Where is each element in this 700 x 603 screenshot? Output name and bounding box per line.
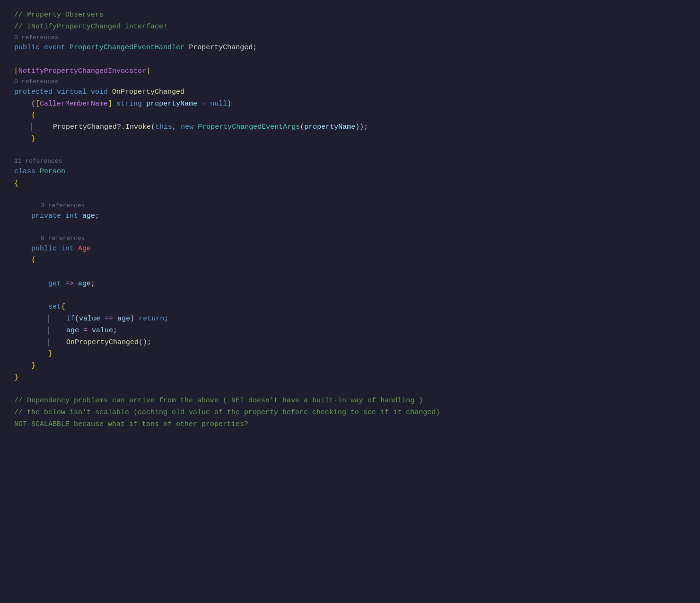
code-close-brace-1: }	[14, 133, 686, 145]
code-class-close-brace: }	[14, 372, 686, 384]
empty-3	[14, 189, 686, 201]
code-private-field: private int age;	[14, 211, 686, 222]
empty-7	[14, 384, 686, 396]
code-assign-age: age = value;	[14, 325, 686, 337]
comment-footer-2: // the below isn't scalable (caching old…	[14, 407, 686, 419]
ref-count-2: 0 references	[14, 77, 686, 87]
comment-line-1: // Property Observers	[14, 9, 686, 21]
attr-line: [NotifyPropertyChangedInvocator]	[14, 66, 686, 78]
ref-count-5: 0 references	[14, 234, 686, 243]
code-open-brace-1: {	[14, 110, 686, 122]
ref-count-4: 3 references	[14, 201, 686, 211]
code-method-params: ([CallerMemberName] string propertyName …	[14, 98, 686, 110]
code-property-close-brace: }	[14, 360, 686, 372]
comment-footer-1: // Dependency problems can arrive from t…	[14, 395, 686, 407]
empty-6	[14, 290, 686, 302]
ref-count-3: 11 references	[14, 157, 686, 166]
comment-footer-3: NOT SCALABBLE because what if tons of ot…	[14, 419, 686, 431]
code-setter-close: }	[14, 348, 686, 360]
empty-2	[14, 145, 686, 157]
code-property-def: public int Age	[14, 243, 686, 255]
empty-5	[14, 266, 686, 278]
comment-line-2: // INotifyPropertyChanged interface!	[14, 21, 686, 33]
code-invoke-line: PropertyChanged?.Invoke(this, new Proper…	[14, 122, 686, 133]
code-setter-open: set{	[14, 302, 686, 313]
ref-count-1: 0 references	[14, 33, 686, 43]
empty-4	[14, 222, 686, 234]
empty-1	[14, 54, 686, 66]
code-property-open-brace: {	[14, 255, 686, 266]
code-class-open-brace: {	[14, 178, 686, 190]
code-method-def: protected virtual void OnPropertyChanged	[14, 87, 686, 98]
code-class-def: class Person	[14, 166, 686, 178]
code-event-line: public event PropertyChangedEventHandler…	[14, 42, 686, 54]
code-on-property-changed-call: OnPropertyChanged();	[14, 337, 686, 349]
code-if-line: if(value == age) return;	[14, 313, 686, 325]
code-getter: get => age;	[14, 278, 686, 290]
code-editor: // Property Observers // INotifyProperty…	[0, 0, 700, 603]
